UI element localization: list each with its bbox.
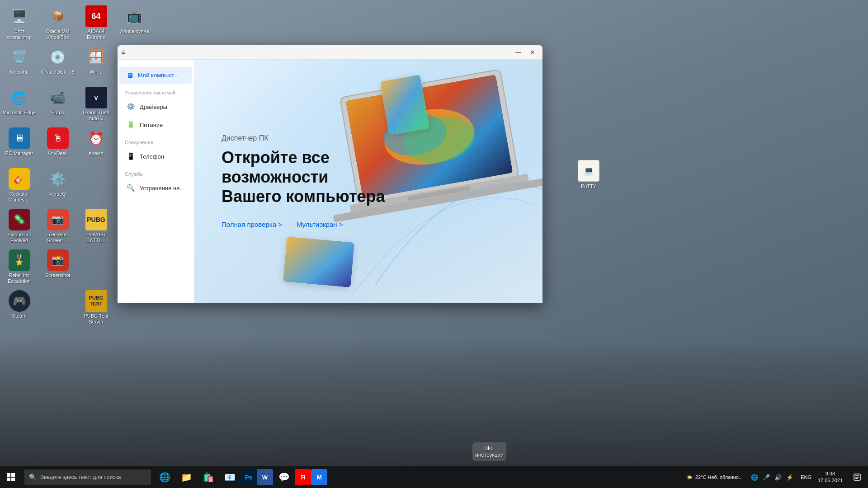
power-icon: 🔋 [127, 121, 135, 129]
search-placeholder: Введите здесь текст для поиска [40, 474, 121, 480]
pc-manager-window: ≡ — ✕ 🖥 Мой компьют... Управление систем… [118, 45, 542, 303]
section-services: Службы [118, 166, 194, 178]
troubleshoot-icon: 🔍 [127, 184, 135, 192]
sidebar-item-power[interactable]: 🔋 Питание [119, 116, 192, 133]
section-system: Управление системой [118, 84, 194, 97]
taskbar-word[interactable]: W [257, 469, 273, 485]
search-icon: 🔍 [29, 474, 37, 481]
taskbar-search[interactable]: 🔍 Введите здесь текст для поиска [24, 469, 151, 485]
taskbar-photoshop[interactable]: Ps [241, 469, 257, 485]
window-body: 🖥 Мой компьют... Управление системой ⚙️ … [118, 60, 542, 303]
putty-label: PuTTY [581, 183, 596, 189]
main-content: Диспетчер ПК Откройте все возможности Ва… [194, 60, 542, 303]
svg-rect-9 [7, 473, 10, 477]
tray-network[interactable]: 🌐 [749, 472, 760, 483]
weather-icon: 🌤️ [686, 474, 693, 480]
menu-icon[interactable]: ≡ [121, 48, 125, 56]
power-label: Питание [140, 122, 163, 128]
tray-battery[interactable]: ⚡ [784, 472, 795, 483]
weather-widget[interactable]: 🌤️ 22°C Неб. облачно... [683, 474, 746, 480]
system-tray: 🌐 🎤 🔊 ⚡ [747, 472, 797, 483]
full-check-link[interactable]: Полная проверка > [222, 221, 282, 228]
multiscreen-link[interactable]: Мультиэкран > [297, 221, 343, 228]
close-button[interactable]: ✕ [526, 47, 539, 57]
drivers-label: Драйверы [140, 103, 167, 110]
tiko-label: tikoинструкции [475, 445, 504, 458]
taskbar-edge[interactable]: 🌐 [154, 466, 175, 488]
taskbar-clock[interactable]: 9:38 17.06.2021 [815, 470, 845, 484]
sidebar-item-mypc[interactable]: 🖥 Мой компьют... [119, 67, 192, 84]
sidebar: 🖥 Мой компьют... Управление системой ⚙️ … [118, 60, 194, 303]
hero-text: Диспетчер ПК Откройте все возможности Ва… [222, 134, 411, 229]
sidebar-item-troubleshoot[interactable]: 🔍 Устранение не... [119, 179, 192, 197]
taskbar-store[interactable]: 🛍️ [197, 466, 219, 488]
svg-rect-11 [7, 478, 10, 481]
taskbar-explorer[interactable]: 📁 [175, 466, 197, 488]
start-button[interactable] [0, 466, 22, 488]
desktop: 🖥️ Этот компьютер 📦 Oracle VM VirtualBox… [0, 0, 868, 488]
weather-text: 22°C Неб. облачно... [695, 474, 743, 480]
phone-label: Телефон [140, 153, 164, 160]
floating-card-bottom [283, 237, 354, 288]
hero-subtitle: Диспетчер ПК [222, 134, 411, 142]
mypc-label: Мой компьют... [138, 72, 179, 79]
window-titlebar: ≡ — ✕ [118, 45, 542, 60]
mypc-icon: 🖥 [127, 71, 133, 79]
svg-rect-10 [11, 473, 15, 477]
putty-icon-img: 💻 [578, 160, 599, 182]
sidebar-item-phone[interactable]: 📱 Телефон [119, 148, 192, 165]
drivers-icon: ⚙️ [127, 103, 135, 111]
date-display: 17.06.2021 [818, 477, 843, 484]
taskbar: 🔍 Введите здесь текст для поиска 🌐 📁 🛍️ … [0, 466, 868, 488]
phone-icon: 📱 [127, 152, 135, 160]
time-display: 9:38 [826, 470, 835, 477]
notification-button[interactable] [846, 466, 868, 488]
svg-rect-12 [11, 478, 15, 481]
taskbar-mail[interactable]: 📧 [219, 466, 241, 488]
hero-links: Полная проверка > Мультиэкран > [222, 221, 411, 228]
taskbar-apps: 🌐 📁 🛍️ 📧 Ps W 💬 Я M [154, 466, 417, 488]
taskbar-yandex[interactable]: Я [295, 469, 311, 485]
troubleshoot-label: Устранение не... [140, 185, 184, 192]
taskbar-imessage[interactable]: M [311, 469, 327, 485]
language-indicator[interactable]: ENG [798, 474, 814, 480]
taskbar-skype[interactable]: 💬 [273, 466, 295, 488]
minimize-button[interactable]: — [512, 47, 524, 57]
tray-volume[interactable]: 🔊 [773, 472, 783, 483]
desktop-icon-area [0, 0, 131, 466]
section-connection: Соединение [118, 134, 194, 147]
tray-mic[interactable]: 🎤 [761, 472, 772, 483]
sidebar-item-drivers[interactable]: ⚙️ Драйверы [119, 98, 192, 115]
desktop-icon-putty[interactable]: 💻 PuTTY [576, 158, 601, 191]
hero-title-text: Откройте все возможности Вашего компьюте… [222, 148, 385, 206]
tiko-instruction[interactable]: tikoинструкции [472, 442, 506, 461]
hero-title: Откройте все возможности Вашего компьюте… [222, 148, 411, 206]
